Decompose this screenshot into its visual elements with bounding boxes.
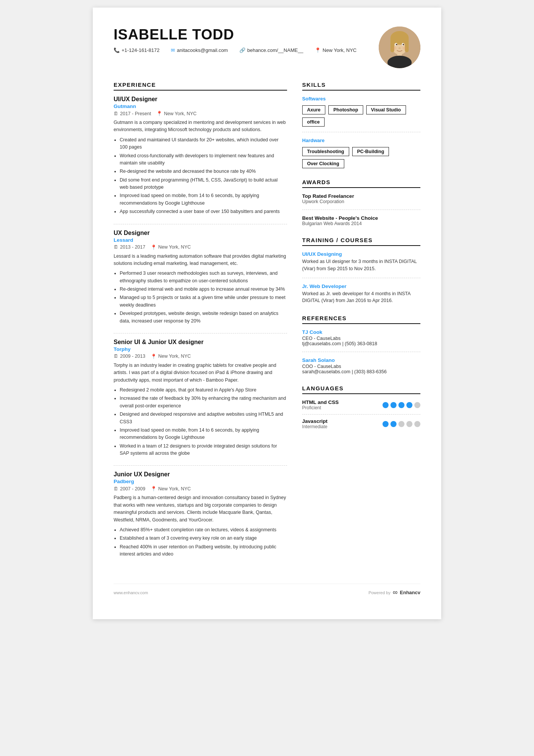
award-title-2: Best Website - People's Choice (302, 215, 420, 221)
exp-company-2: Lessard (114, 237, 287, 243)
lang-info-2: Javascript Intermediate (302, 418, 328, 429)
training-name-2: Jr. Web Developer (302, 283, 420, 289)
ref-name-1: TJ Cook (302, 329, 420, 335)
exp-loc-1: 📍 New York, NYC (156, 111, 197, 116)
exp-company-4: Padberg (114, 479, 287, 484)
enhancv-brand-name: Enhancv (400, 590, 420, 595)
bullet: Improved load speed on mobile, from 14 t… (120, 192, 287, 207)
lang-dots-1 (383, 402, 420, 408)
references-title: REFERENCES (302, 315, 420, 324)
svg-point-9 (396, 44, 397, 45)
email-icon: ✉ (171, 47, 175, 53)
software-label: Softwares (302, 96, 420, 102)
exp-role-1: UI/UX Designer (114, 96, 287, 103)
contact-row: 📞 +1-124-161-8172 ✉ anitacooks@gmail.com… (114, 47, 371, 53)
training-desc-2: Worked as Jr. web developer for 4 months… (302, 290, 420, 305)
lang-item-1: HTML and CSS Proficient (302, 399, 420, 415)
experience-section: EXPERIENCE UI/UX Designer Gutmann 🗓 2017… (114, 81, 287, 558)
bullet: Improved load speed on mobile, from 14 t… (120, 427, 287, 441)
header: ISABELLE TODD 📞 +1-124-161-8172 ✉ anitac… (114, 27, 420, 68)
exp-item-2: UX Designer Lessard 🗓 2013 - 2017 📍 New … (114, 230, 287, 325)
skills-section: SKILLS Softwares Axure Photoshop Visual … (302, 81, 420, 168)
calendar-icon-3: 🗓 (114, 354, 119, 359)
ref-contact-1: tj@causelabs.com | (505) 363-0818 (302, 341, 420, 346)
exp-meta-1: 🗓 2017 - Present 📍 New York, NYC (114, 111, 287, 116)
svg-rect-3 (390, 37, 394, 52)
exp-bullets-2: Performed 3 user research methodologies … (114, 270, 287, 325)
skill-office: office (302, 117, 325, 127)
bullet: Redesigned 2 mobile apps, that got featu… (120, 387, 287, 394)
exp-desc-1: Gutmann is a company specialized in ment… (114, 119, 287, 134)
bullet: Re-designed internal web and mobile apps… (120, 286, 287, 293)
ref-item-2: Sarah Solano COO - CauseLabs sarah@cause… (302, 357, 420, 374)
software-tags: Axure Photoshop Visual Studio office (302, 105, 420, 127)
bullet: Re-designed the website and decreased th… (120, 168, 287, 175)
hardware-label: Hardware (302, 138, 420, 143)
ref-name-2: Sarah Solano (302, 357, 420, 363)
exp-dates-2: 🗓 2013 - 2017 (114, 244, 145, 250)
svg-point-12 (392, 47, 397, 50)
awards-section: AWARDS Top Rated Freelancer Upwork Corpo… (302, 179, 420, 226)
exp-desc-3: Torphy is an industry leader in creating… (114, 362, 287, 384)
email-contact: ✉ anitacooks@gmail.com (171, 47, 228, 53)
link-icon: 🔗 (239, 47, 245, 53)
exp-bullets-1: Created and maintained UI standards for … (114, 136, 287, 216)
exp-loc-3: 📍 New York, NYC (151, 354, 191, 359)
bullet: Worked in a team of 12 designers to prov… (120, 443, 287, 457)
divider (302, 210, 420, 210)
dot-1-2 (390, 402, 397, 408)
exp-item-3: Senior UI & Junior UX designer Torphy 🗓 … (114, 339, 287, 457)
award-item-2: Best Website - People's Choice Bulgarian… (302, 215, 420, 226)
powered-by-text: Powered by (368, 590, 390, 595)
phone-icon: 📞 (114, 47, 120, 53)
training-item-1: UI/UX Designing Worked as UI designer fo… (302, 251, 420, 272)
loc-icon-2: 📍 (151, 244, 157, 250)
header-info: ISABELLE TODD 📞 +1-124-161-8172 ✉ anitac… (114, 27, 371, 53)
candidate-name: ISABELLE TODD (114, 27, 371, 43)
dot-2-4 (406, 421, 412, 427)
exp-meta-2: 🗓 2013 - 2017 📍 New York, NYC (114, 244, 287, 250)
exp-dates-4: 🗓 2007 - 2009 (114, 486, 145, 491)
location-icon: 📍 (315, 47, 321, 53)
exp-bullets-4: Achieved 85%+ student completion rate on… (114, 526, 287, 558)
bullet: Managed up to 5 projects or tasks at a g… (120, 294, 287, 309)
bullet: Established a team of 3 covering every k… (120, 535, 287, 542)
bullet: Developed prototypes, website design, we… (120, 310, 287, 325)
languages-section: LANGUAGES HTML and CSS Proficient (302, 385, 420, 433)
bullet: Increased the rate of feedback by 30% by… (120, 395, 287, 410)
skill-axure: Axure (302, 105, 325, 114)
ref-item-1: TJ Cook CEO - CauseLabs tj@causelabs.com… (302, 329, 420, 346)
bullet: App successfully connected a user base o… (120, 208, 287, 215)
loc-icon-3: 📍 (151, 354, 157, 359)
divider (114, 333, 287, 333)
exp-role-2: UX Designer (114, 230, 287, 236)
training-name-1: UI/UX Designing (302, 251, 420, 257)
calendar-icon-4: 🗓 (114, 486, 119, 491)
dot-1-1 (383, 402, 389, 408)
ref-title-1: CEO - CauseLabs (302, 336, 420, 341)
experience-title: EXPERIENCE (114, 81, 287, 91)
photo-placeholder (379, 27, 420, 68)
footer-website: www.enhancv.com (114, 590, 148, 595)
bullet: Achieved 85%+ student completion rate on… (120, 526, 287, 534)
exp-role-3: Senior UI & Junior UX designer (114, 339, 287, 346)
dot-2-2 (390, 421, 397, 427)
bullet: Worked cross-functionally with developer… (120, 152, 287, 167)
bullet: Designed and developed responsive and ad… (120, 411, 287, 426)
divider (302, 352, 420, 352)
dot-2-3 (398, 421, 404, 427)
left-column: EXPERIENCE UI/UX Designer Gutmann 🗓 2017… (114, 81, 287, 568)
training-title: TRAINING / COURSES (302, 237, 420, 246)
exp-dates-3: 🗓 2009 - 2013 (114, 354, 145, 359)
bullet: Created and maintained UI standards for … (120, 136, 287, 151)
bullet: Reached 400% in user retention on Padber… (120, 543, 287, 558)
dot-2-5 (414, 421, 420, 427)
exp-dates-1: 🗓 2017 - Present (114, 111, 151, 116)
svg-point-13 (403, 47, 407, 50)
lang-level-2: Intermediate (302, 424, 328, 429)
calendar-icon-1: 🗓 (114, 111, 119, 116)
dot-1-5 (414, 402, 420, 408)
svg-point-10 (403, 44, 404, 45)
svg-rect-4 (405, 37, 409, 52)
svg-point-11 (398, 47, 401, 49)
